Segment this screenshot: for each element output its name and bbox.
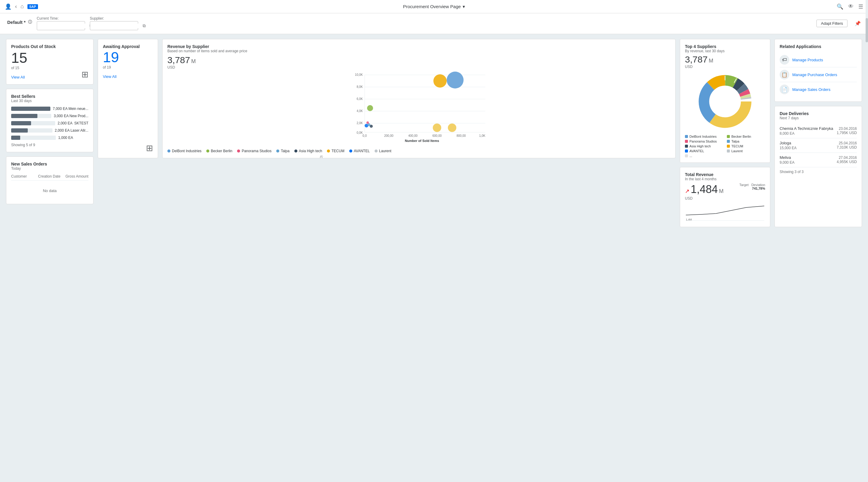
svg-text:6,0K: 6,0K	[356, 97, 363, 101]
delivery-header-3: Meliva 27.04.2016	[780, 155, 857, 160]
filter-bar: Default * ⓘ Current Time: ⧉ Supplier: ⧉ …	[0, 13, 868, 34]
awaiting-approval-card: Awaiting Approval 19 of 19 View All ⊞	[98, 39, 158, 158]
right-mid-column: Top 4 Suppliers By revenue, last 30 days…	[680, 39, 770, 227]
total-revenue-currency: USD	[685, 196, 765, 201]
revenue-unit: M	[719, 188, 723, 195]
donut-container: DelBont Industries Becker Berlin Panoram…	[685, 71, 765, 158]
stock-number: 15	[11, 51, 27, 65]
donut-chart	[695, 71, 755, 132]
best-sellers-title: Best Sellers	[11, 94, 88, 99]
app-icon-products: 🏷	[780, 55, 789, 65]
suppliers-subtitle: By revenue, last 30 days	[685, 49, 765, 53]
page-title-nav: Procurement Overview Page ▾	[403, 4, 465, 9]
search-icon[interactable]: 🔍	[837, 3, 843, 10]
svg-text:2,0K: 2,0K	[356, 121, 363, 125]
svg-point-29	[367, 121, 369, 124]
user-circle-icon[interactable]: 👁	[848, 3, 854, 10]
pin-icon[interactable]: 📌	[855, 21, 861, 26]
delivery-qty-1: 8,000 EA	[780, 131, 795, 136]
supplier-input-wrap: ⧉	[90, 21, 138, 30]
delivery-amount-3: 4,955K USD	[837, 160, 857, 165]
revenue-arrow: ↗	[685, 188, 689, 195]
svg-text:600,00: 600,00	[433, 134, 442, 137]
donut-legend-avantel: AVANTEL	[685, 149, 723, 153]
nav-right: 🔍 👁 ☰	[837, 3, 863, 10]
svg-text:10,0K: 10,0K	[355, 73, 363, 77]
svg-text:Number of Sold Items: Number of Sold Items	[405, 139, 439, 143]
person-icon[interactable]: 👤	[5, 3, 11, 10]
default-title: Default *	[7, 20, 26, 25]
bar-row-2: 3,000 EA New Prod...	[11, 114, 88, 118]
app-manage-products[interactable]: 🏷 Manage Products	[780, 53, 857, 67]
delivery-item-2: Jologa 25.04.2016 15,000 EA 7,310K USD	[780, 138, 857, 153]
legend-item-talpa: Talpa	[276, 149, 289, 153]
middle-column: Awaiting Approval 19 of 19 View All ⊞ Re…	[98, 39, 676, 227]
home-icon[interactable]: ⌂	[21, 3, 24, 10]
svg-point-25	[367, 105, 373, 111]
app-link-products[interactable]: Manage Products	[792, 58, 823, 62]
suppliers-amount: 3,787	[685, 54, 708, 65]
stock-view-all-link[interactable]: View All	[11, 75, 88, 79]
scrollbar-thumb[interactable]	[866, 18, 868, 42]
stock-card-title: Products Out of Stock	[11, 44, 88, 49]
page-title-row: Default * ⓘ	[7, 19, 32, 25]
suppliers-currency: USD	[685, 65, 765, 69]
svg-text:800,00: 800,00	[457, 134, 466, 137]
current-time-field: Current Time: ⧉	[37, 16, 85, 30]
copy-icon-supplier[interactable]: ⧉	[143, 23, 146, 28]
menu-icon[interactable]: ☰	[858, 3, 863, 10]
best-sellers-subtitle: Last 30 days	[11, 99, 88, 103]
supplier-label: Supplier:	[90, 16, 138, 21]
legend-item-asia: Asia High tech	[294, 149, 322, 153]
current-time-input[interactable]	[39, 24, 90, 28]
bar-row-4: 2,000 EA Laser Allr...	[11, 129, 88, 133]
svg-point-22	[447, 72, 464, 88]
delivery-row2-2: 15,000 EA 7,310K USD	[780, 145, 857, 150]
delivery-qty-3: 9,000 EA	[780, 160, 795, 165]
back-icon[interactable]: ‹	[15, 3, 17, 10]
new-sales-orders-card: New Sales Orders Today Customer Creation…	[6, 157, 93, 204]
delivery-name-3: Meliva	[780, 155, 791, 160]
new-sales-title: New Sales Orders	[11, 162, 88, 166]
revenue-big-number: ↗ 1,484 M	[685, 183, 723, 196]
legend-item-tecum: TECUM	[327, 149, 344, 153]
bar-row-1: 7,000 EA Mein neue...	[11, 107, 88, 111]
app-link-purchase-orders[interactable]: Manage Purchase Orders	[792, 73, 837, 77]
svg-point-24	[448, 123, 456, 132]
due-deliveries-title: Due Deliveries	[780, 111, 857, 116]
revenue-title: Revenue by Supplier	[167, 44, 671, 49]
left-column: Products Out of Stock 15 of 15 View All …	[6, 39, 93, 227]
svg-text:0,0K: 0,0K	[356, 131, 363, 134]
svg-point-23	[433, 123, 441, 132]
app-link-sales-orders[interactable]: Manage Sales Orders	[792, 87, 830, 92]
main-content: Products Out of Stock 15 of 15 View All …	[0, 34, 868, 232]
delivery-name-1: Chemia A Technicznie Fabryka	[780, 126, 833, 131]
bar-row-5: 1,000 EA	[11, 136, 88, 140]
approval-view-all-link[interactable]: View All	[103, 74, 153, 79]
delivery-row2-1: 8,000 EA 1,795K USD	[780, 131, 857, 136]
app-manage-purchase-orders[interactable]: 📋 Manage Purchase Orders	[780, 67, 857, 82]
due-showing-text: Showing 3 of 3	[780, 170, 857, 174]
revenue-mini-chart: 1,4M	[685, 203, 765, 221]
bar-label-2: 3,000 EA New Prod...	[54, 114, 88, 118]
top4-suppliers-card: Top 4 Suppliers By revenue, last 30 days…	[680, 39, 770, 163]
donut-legend-asia: Asia High tech	[685, 144, 723, 148]
adapt-filters-button[interactable]: Adapt Filters	[816, 20, 847, 27]
revenue-unit: M	[191, 58, 196, 65]
top-row: Awaiting Approval 19 of 19 View All ⊞ Re…	[98, 39, 676, 158]
due-deliveries-card: Due Deliveries Next 7 days Chemia A Tech…	[775, 106, 862, 227]
delivery-row2-3: 9,000 EA 4,955K USD	[780, 160, 857, 165]
bar-row-3: 2,000 EA SKTEST	[11, 121, 88, 125]
delivery-item-1: Chemia A Technicznie Fabryka 23.04.2016 …	[780, 124, 857, 138]
app-manage-sales-orders[interactable]: 📄 Manage Sales Orders	[780, 82, 857, 97]
donut-legend-panorama: Panorama Studios	[685, 140, 723, 143]
revenue-target-block: Target Deviation 741,78%	[739, 183, 765, 190]
products-out-of-stock-card: Products Out of Stock 15 of 15 View All …	[6, 39, 93, 85]
supplier-input[interactable]	[92, 24, 143, 28]
revenue-subtitle: Based on number of items sold and averag…	[167, 49, 671, 53]
scrollbar[interactable]	[866, 0, 868, 482]
svg-point-21	[433, 74, 447, 88]
info-icon: ⓘ	[28, 19, 32, 25]
dropdown-icon[interactable]: ▾	[463, 4, 465, 9]
donut-legend-tecum: TECUM	[727, 144, 765, 148]
